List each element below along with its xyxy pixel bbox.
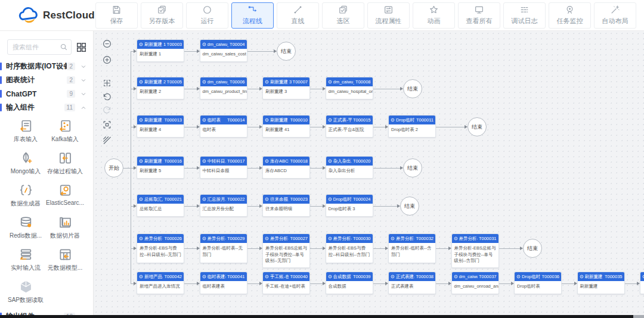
flow-node-body: dm_caiwu_hospital_org_ship: [326, 86, 373, 99]
toolbar-button-1[interactable]: 另存版本: [141, 2, 183, 29]
flow-node[interactable]: 合成数据T000039合成数据: [326, 272, 373, 294]
flow-node[interactable]: Drop临时表T000036Drop临时表: [514, 272, 562, 294]
toolbar-button-8[interactable]: 查看所有: [458, 2, 500, 29]
flow-node[interactable]: dm_caiwu_...T00008dm_caiwu_hospital_org_…: [326, 77, 373, 99]
flow-node[interactable]: 汇总按月...T000022汇总按月份分配: [200, 194, 247, 217]
chevron-up-icon: [80, 104, 87, 111]
zoom-out-button[interactable]: [98, 36, 115, 51]
flow-node[interactable]: dm_caiwu_...T000037dm_caiwu_onroad_analy…: [451, 272, 499, 294]
flow-node[interactable]: [640, 272, 644, 294]
flow-node[interactable]: 中转科目...T000017中转科目余额: [200, 156, 247, 179]
flow-node[interactable]: 差异分析-...T000029差异分析-临时表--无部门: [200, 233, 247, 263]
flow-node-body: Drop临时表 3: [326, 204, 373, 216]
flow-start-node[interactable]: 开始: [104, 158, 123, 177]
gear-icon: [454, 275, 458, 279]
toolbar-button-9[interactable]: 调试日志: [503, 2, 546, 29]
fit-screen-button[interactable]: [98, 117, 115, 132]
toolbar-button-5[interactable]: 选区: [322, 2, 364, 29]
component-item[interactable]: 存储过程输入: [45, 149, 85, 180]
flow-node-code: T000027: [290, 236, 308, 241]
toolbar-button-4[interactable]: 直线: [277, 2, 319, 29]
toolbar-button-6[interactable]: 流程属性: [367, 2, 410, 29]
flow-node[interactable]: Drop临时...T000011Drop临时表 2: [388, 115, 436, 138]
component-item[interactable]: 数据切片器: [45, 213, 85, 244]
flow-node[interactable]: 差异分析-...T000026差异分析-EBS与费控--科目级别--无部门: [137, 233, 184, 263]
toolbar-button-2[interactable]: 运行: [186, 2, 228, 29]
flow-node[interactable]: 差异分析-...T000030差异分析-EBS与费控--科目级别--含部门: [326, 233, 373, 263]
flow-node[interactable]: 正式表-平...T000015正式表-平台&医院: [326, 115, 373, 138]
toolbar-button-3[interactable]: 流程线: [231, 2, 274, 29]
sidebar-category-3[interactable]: 输入组件11: [0, 101, 93, 114]
flow-node[interactable]: 刷新重建T000035刷新重建: [577, 272, 625, 294]
flow-connector-line: [625, 283, 637, 284]
zoom-in-button[interactable]: [98, 52, 115, 67]
redo-button[interactable]: [98, 102, 115, 118]
flow-node-body: 合成数据: [326, 281, 373, 294]
toolbar-button-11[interactable]: 自动布局: [594, 2, 636, 29]
sidebar-category-1[interactable]: 图表统计2: [0, 73, 93, 87]
fit-center-button[interactable]: [98, 75, 115, 91]
flow-end-node[interactable]: 结束: [277, 42, 296, 61]
component-item[interactable]: Kafka输入: [45, 117, 85, 148]
hatch-lines-button[interactable]: [98, 132, 115, 148]
flow-node[interactable]: 杂入杂出...T000020杂入杂出分析: [326, 156, 373, 179]
flow-end-node[interactable]: 结束: [523, 239, 542, 258]
flow-node-title: 库存ABCD: [270, 158, 289, 164]
flow-end-node[interactable]: 结束: [467, 117, 487, 136]
flow-node[interactable]: 刷新重建 4T000013刷新重建 4: [137, 115, 184, 138]
flow-end-node[interactable]: 结束: [403, 158, 422, 177]
sidebar-category-0[interactable]: 时序数据库(IOT设备)2: [0, 60, 93, 73]
flow-node[interactable]: 手工账-在...T000040手工账-在途+临时表: [262, 272, 310, 294]
component-item[interactable]: 实时输入流: [6, 245, 45, 276]
flow-node[interactable]: Drop临时...T000024Drop临时表 3: [326, 194, 373, 217]
flow-node-body: dm_caiwu_onroad_analysis: [452, 281, 499, 294]
sidebar-category-2[interactable]: ChatGPT9: [0, 87, 93, 101]
flow-node[interactable]: dm_caiwu_...T00004dm_caiwu_sales_cost: [200, 39, 247, 62]
flow-node[interactable]: 临时表建表T000041临时表建表: [200, 272, 247, 294]
flow-node-title: Drop临时...: [396, 117, 415, 123]
flow-node[interactable]: 差异分析-...T000031差异分析-EBS总账与子模块与费控--单号级别--…: [451, 233, 499, 268]
flow-node[interactable]: 刷新重建 2T00005刷新重建 2: [137, 77, 184, 99]
flow-node-code: T000041: [227, 274, 245, 279]
flow-node[interactable]: 往来余额...T000023往来余额明细: [262, 194, 310, 217]
flow-end-node[interactable]: 结束: [403, 79, 422, 98]
toolbar-button-0[interactable]: 保存: [95, 2, 138, 29]
flow-node[interactable]: 刷新重建 5T000016刷新重建 5: [137, 156, 184, 179]
sidebar-category-4[interactable]: 输出组件10: [0, 310, 93, 315]
gear-icon: [139, 118, 143, 122]
toolbar-button-label: 选区: [337, 17, 350, 26]
component-item[interactable]: Mongo输入: [6, 149, 45, 180]
flow-node[interactable]: 临时表T000014临时表: [200, 115, 247, 138]
flow-node[interactable]: dm_caiwu_...T00006dm_caiwu_product_line: [200, 77, 247, 99]
flow-connector-line: [436, 248, 448, 249]
component-item[interactable]: 元数据模型...: [45, 245, 85, 276]
flow-node[interactable]: 总账取汇总T000021总账取汇总: [137, 194, 184, 217]
component-item[interactable]: 库表输入: [6, 117, 45, 148]
flow-node-body: 刷新重建: [578, 281, 624, 294]
flow-node[interactable]: 刷新重建 3T00007刷新重建 3: [262, 77, 310, 99]
flow-end-node[interactable]: 结束: [400, 197, 419, 216]
redo-icon: [102, 105, 112, 116]
flow-node-body: Drop临时表: [515, 281, 561, 294]
component-item[interactable]: SAP数据读取: [6, 278, 45, 308]
flow-node-title: 差异分析-...: [333, 236, 352, 242]
flow-node[interactable]: 刷新重建 1T00003刷新重建 1: [137, 39, 184, 62]
search-box[interactable]: [7, 39, 72, 55]
component-item[interactable]: ElasticSearc...: [45, 181, 85, 212]
toolbar-button-10[interactable]: 任务监控: [549, 2, 591, 29]
flow-node[interactable]: 刷新重建 41T000010刷新重建 41: [262, 115, 310, 138]
flow-node[interactable]: 差异分析-...T000032差异分析-临时表--含部门: [388, 233, 436, 263]
flow-canvas[interactable]: 开始刷新重建 1T00003刷新重建 1dm_caiwu_...T00004dm…: [94, 31, 644, 318]
flow-node-header: 库存ABCDT000018: [263, 157, 309, 166]
component-item[interactable]: 数据生成器: [6, 181, 45, 212]
flow-node[interactable]: 正式表建表T000038正式表建表: [388, 272, 436, 294]
component-grid-view-icon[interactable]: [76, 42, 87, 53]
app-window: RestCloud 保存另存版本运行流程线直线选区流程属性动画查看所有调试日志任…: [0, 0, 644, 318]
component-item[interactable]: Redis数据...: [6, 213, 45, 244]
save-icon: [112, 5, 122, 15]
flow-node[interactable]: 差异分析-...T000027差异分析-EBS总账与子模块与费控--单号级别--…: [262, 233, 310, 268]
flow-node[interactable]: 新增产品...T000042新增产品进入库情况: [137, 272, 184, 294]
flow-connector-line: [499, 248, 521, 249]
toolbar-button-7[interactable]: 动画: [413, 2, 455, 29]
flow-node[interactable]: 库存ABCDT000018库存ABCD: [262, 156, 310, 179]
